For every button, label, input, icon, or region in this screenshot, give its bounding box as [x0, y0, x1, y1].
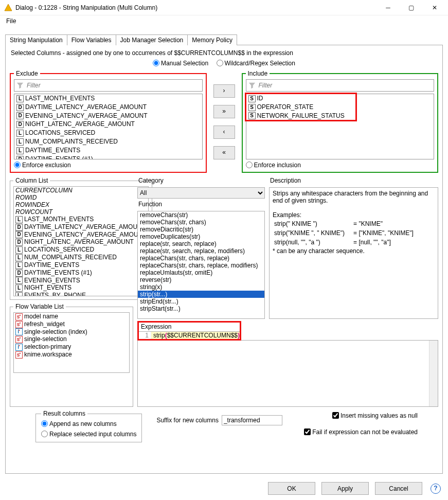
function-item[interactable]: replace(str, search, replace) [138, 240, 264, 247]
help-icon[interactable]: ? [431, 484, 441, 494]
check-missing[interactable]: Insert missing values as null [332, 412, 418, 419]
function-list[interactable]: removeChars(str)removeChars(str, chars)r… [137, 211, 265, 319]
enforce-inclusion[interactable]: Enforce inclusion [246, 162, 301, 169]
list-item[interactable]: LLAST_MONTH_EVENTS [14, 94, 202, 103]
list-item[interactable]: LLOCATIONS_SERVICED [14, 246, 148, 254]
radio-regex[interactable]: Wildcard/Regex Selection [217, 60, 295, 67]
tab-job-manager[interactable]: Job Manager Selection [116, 34, 188, 45]
list-item[interactable]: DEVENING_LATENCY_AVERAGE_AMOUNT [14, 231, 148, 239]
move-right-button[interactable]: › [213, 84, 235, 98]
list-item[interactable]: DNIGHT_LATENC_AVERAGE_AMOUNT [14, 238, 148, 246]
function-item[interactable]: strip(str...) [138, 291, 264, 298]
move-left-button[interactable]: ‹ [213, 126, 235, 139]
include-title: Include [246, 70, 270, 77]
tab-string-manipulation[interactable]: String Manipulation [5, 34, 67, 45]
header-text: Selected Columns - assigned one by one t… [10, 48, 438, 59]
column-list-panel: Column List CURRENTCOLUMNROWIDROWINDEXRO… [10, 177, 152, 300]
list-item[interactable]: LNUM_COMPLAINTS_RECEIVED [14, 254, 148, 261]
function-item[interactable]: replace(str, search, replace, modifiers) [138, 247, 264, 255]
radio-manual[interactable]: Manual Selection [153, 60, 208, 67]
function-item[interactable]: replaceChars(str, chars, replace) [138, 255, 264, 262]
list-item[interactable]: SID [246, 94, 434, 103]
close-button[interactable]: ✕ [423, 0, 446, 15]
list-item[interactable]: DNIGHT_LATENC_AVERAGE_AMOUNT [14, 120, 202, 129]
list-item[interactable]: ROWID [14, 194, 148, 201]
exclude-title: Exclude [14, 70, 40, 77]
function-item[interactable]: replaceUmlauts(str, omitE) [138, 269, 264, 276]
flow-var-title: Flow Variable List [13, 303, 66, 310]
function-item[interactable]: reverse(str) [138, 276, 264, 283]
move-all-right-button[interactable]: » [213, 105, 235, 118]
tab-memory-policy[interactable]: Memory Policy [187, 34, 237, 45]
list-item[interactable]: ROWCOUNT [14, 208, 148, 216]
function-item[interactable]: removeDuplicates(str) [138, 233, 264, 240]
expr-gutter: 1 [139, 332, 151, 339]
list-item[interactable]: DDAYTIME_EVENTS (#1) [14, 155, 202, 159]
menu-file[interactable]: File [4, 16, 18, 26]
function-item[interactable]: stripStart(str...) [138, 305, 264, 312]
list-item[interactable]: LNUM_COMPLAINTS_RECEIVED [14, 137, 202, 146]
list-item[interactable]: s•model name [14, 313, 129, 320]
list-item[interactable]: LLAST_MONTH_EVENTS [14, 216, 148, 223]
include-filter-input[interactable] [258, 81, 432, 90]
description-title: Description [269, 177, 438, 185]
minimize-button[interactable]: ─ [377, 0, 400, 15]
desc-examples-label: Examples: [273, 211, 435, 219]
list-item[interactable]: CURRENTCOLUMN [14, 187, 148, 194]
list-item[interactable]: DDAYTIME_EVENTS (#1) [14, 269, 148, 277]
list-item[interactable]: DDAYTIME_LATENCY_AVERAGE_AMOUNT [14, 103, 202, 112]
include-filter[interactable] [246, 79, 435, 92]
apply-button[interactable]: Apply [321, 482, 369, 495]
include-list[interactable]: SIDSOPERATOR_STATESNETWORK_FAILURE_STATU… [246, 94, 435, 159]
app-icon [4, 4, 12, 12]
list-item[interactable]: DDAYTIME_LATENCY_AVERAGE_AMOUNT [14, 223, 148, 231]
list-item[interactable]: i•selection-primary [14, 343, 129, 351]
suffix-input[interactable] [222, 415, 282, 425]
flow-var-list[interactable]: s•model names•refresh_widgeti•single-sel… [13, 312, 130, 373]
function-item[interactable]: removeChars(str, chars) [138, 219, 264, 226]
column-list-title: Column List [13, 177, 50, 184]
list-item[interactable]: SNETWORK_FAILURE_STATUS [246, 112, 434, 120]
function-item[interactable]: stripEnd(str...) [138, 298, 264, 305]
cancel-button[interactable]: Cancel [375, 482, 422, 495]
maximize-button[interactable]: ▢ [400, 0, 423, 15]
tab-flow-variables[interactable]: Flow Variables [67, 34, 116, 45]
tabstrip: String Manipulation Flow Variables Job M… [5, 33, 443, 45]
list-item[interactable]: LNIGHT_EVENTS [14, 284, 148, 292]
exclude-filter-input[interactable] [26, 81, 200, 90]
function-item[interactable]: replaceChars(str, chars, replace, modifi… [138, 262, 264, 269]
move-all-left-button[interactable]: « [213, 146, 235, 159]
function-item[interactable]: string(x) [138, 283, 264, 291]
exclude-filter[interactable] [14, 79, 203, 92]
ok-button[interactable]: OK [268, 482, 315, 495]
list-item[interactable]: LDAYTIME_EVENTS [14, 261, 148, 269]
radio-append[interactable]: Append as new columns [41, 420, 117, 427]
expression-editor[interactable]: strip($$CURRENTCOLUMN$$) [151, 332, 240, 339]
list-item[interactable]: ROWINDEX [14, 201, 148, 208]
svg-marker-0 [5, 4, 12, 11]
exclude-list[interactable]: LLAST_MONTH_EVENTSDDAYTIME_LATENCY_AVERA… [14, 94, 203, 159]
list-item[interactable]: LEVENING_EVENTS [14, 277, 148, 284]
enforce-exclusion[interactable]: Enforce exclusion [14, 162, 71, 169]
list-item[interactable]: s•single-selection [14, 335, 129, 343]
list-item[interactable]: DEVENING_LATENCY_AVERAGE_AMOUNT [14, 112, 202, 120]
window-title: Dialog - 0:1228 - String Manipulation (M… [15, 4, 377, 11]
function-item[interactable]: removeChars(str) [138, 211, 264, 219]
function-item[interactable]: removeDiacritic(str) [138, 226, 264, 233]
suffix-label: Suffix for new columns [156, 417, 219, 424]
category-select[interactable]: All [137, 187, 265, 199]
menubar: File [0, 15, 448, 27]
check-fail[interactable]: Fail if expression can not be evaluated [304, 428, 418, 436]
expr-scrollbar[interactable] [429, 341, 438, 406]
list-item[interactable]: LLOCATIONS_SERVICED [14, 129, 202, 137]
desc-examples: strip(" KNIME ")= "KNIME" strip("KNIME "… [273, 219, 415, 247]
column-list[interactable]: CURRENTCOLUMNROWIDROWINDEXROWCOUNTLLAST_… [13, 186, 149, 296]
list-item[interactable]: LEVENTS_BY_PHONE [14, 292, 148, 296]
category-title: Category [137, 177, 265, 185]
list-item[interactable]: SOPERATOR_STATE [246, 103, 434, 112]
radio-replace[interactable]: Replace selected input columns [41, 431, 136, 438]
list-item[interactable]: s•knime.workspace [14, 351, 129, 359]
list-item[interactable]: i•single-selection (index) [14, 328, 129, 336]
list-item[interactable]: s•refresh_widget [14, 320, 129, 328]
list-item[interactable]: LDAYTIME_EVENTS [14, 146, 202, 155]
